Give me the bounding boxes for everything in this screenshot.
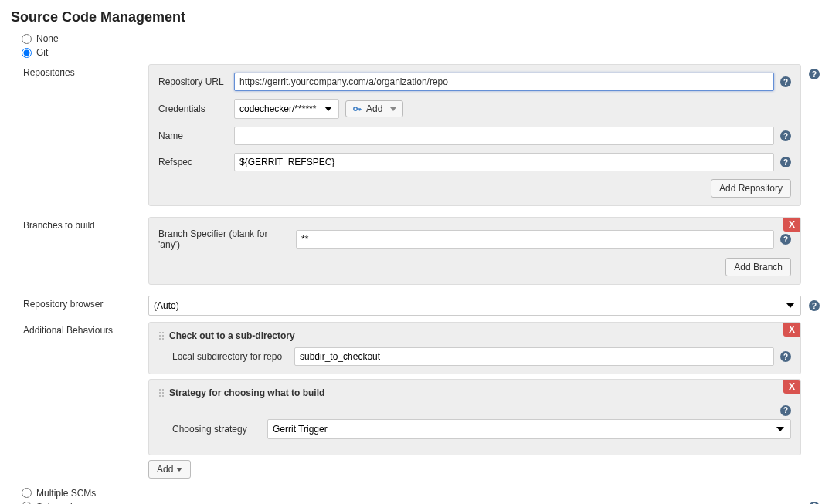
delete-behaviour-button[interactable]: X [783,380,800,394]
scm-option-multiple-row[interactable]: Multiple SCMs [22,488,824,499]
scm-label-none: None [36,33,59,44]
branch-panel: X Branch Specifier (blank for 'any') ? A… [148,217,801,285]
delete-branch-button[interactable]: X [783,218,800,232]
drag-handle-icon[interactable] [158,388,165,398]
scm-radio-none[interactable] [22,34,32,44]
chevron-down-icon [390,107,396,111]
repo-url-input[interactable] [234,73,774,91]
behaviour-subdir-panel: X Check out to a sub-directory Local sub… [148,322,801,374]
add-branch-button[interactable]: Add Branch [725,258,791,276]
branch-specifier-input[interactable] [296,230,774,249]
behaviour-subdir-title: Check out to a sub-directory [169,330,295,341]
scm-option-git-row[interactable]: Git [22,47,824,58]
repo-browser-select[interactable]: (Auto) [148,296,801,316]
credentials-select[interactable]: codechecker/****** [234,99,339,119]
key-icon [352,104,362,113]
add-repository-button[interactable]: Add Repository [711,179,791,198]
help-icon[interactable]: ? [780,76,791,87]
choosing-strategy-label: Choosing strategy [172,424,261,435]
repo-name-input[interactable] [234,127,774,145]
scm-option-subversion-row[interactable]: Subversion ? [22,502,824,505]
branch-specifier-label: Branch Specifier (blank for 'any') [158,228,290,250]
add-cred-label: Add [366,103,382,114]
svg-point-0 [354,107,357,110]
scm-radio-multiple[interactable] [22,488,32,498]
help-icon[interactable]: ? [780,351,791,362]
section-title: Source Code Management [11,9,824,25]
scm-label-multiple: Multiple SCMs [36,488,96,499]
chevron-down-icon [176,468,182,472]
add-credentials-button[interactable]: Add [345,100,403,117]
drag-handle-icon[interactable] [158,331,165,341]
branches-label: Branches to build [15,214,148,293]
help-icon[interactable]: ? [809,300,820,311]
help-icon[interactable]: ? [809,502,820,505]
help-icon[interactable]: ? [780,234,791,245]
help-icon[interactable]: ? [780,157,791,167]
add-behaviour-button[interactable]: Add [148,460,191,479]
git-config-block: Repositories ? Repository URL ? [15,61,820,482]
credentials-label: Credentials [158,103,228,114]
help-icon[interactable]: ? [780,130,791,141]
refspec-label: Refspec [158,157,228,167]
refspec-input[interactable] [234,153,774,171]
repository-panel: Repository URL ? Credentials codechecker… [148,64,801,206]
local-subdir-label: Local subdirectory for repo [172,351,288,362]
scm-label-subversion: Subversion [36,502,83,505]
delete-behaviour-button[interactable]: X [783,323,800,337]
repo-url-label: Repository URL [158,76,228,87]
repositories-label: Repositories [15,61,148,214]
repo-name-label: Name [158,130,228,141]
choosing-strategy-select[interactable]: Gerrit Trigger [267,419,791,439]
scm-label-git: Git [36,47,48,58]
scm-radio-git[interactable] [22,48,32,58]
help-icon[interactable]: ? [780,405,791,416]
scm-config-container: Source Code Management None Git Reposito… [0,0,832,504]
local-subdir-input[interactable] [294,347,774,366]
behaviours-label: Additional Behaviours [15,319,148,482]
help-icon[interactable]: ? [809,69,820,79]
repo-browser-label: Repository browser [15,293,148,319]
scm-option-none-row[interactable]: None [22,33,824,44]
behaviour-strategy-title: Strategy for choosing what to build [169,387,324,398]
behaviour-strategy-panel: X Strategy for choosing what to build ? … [148,379,801,455]
